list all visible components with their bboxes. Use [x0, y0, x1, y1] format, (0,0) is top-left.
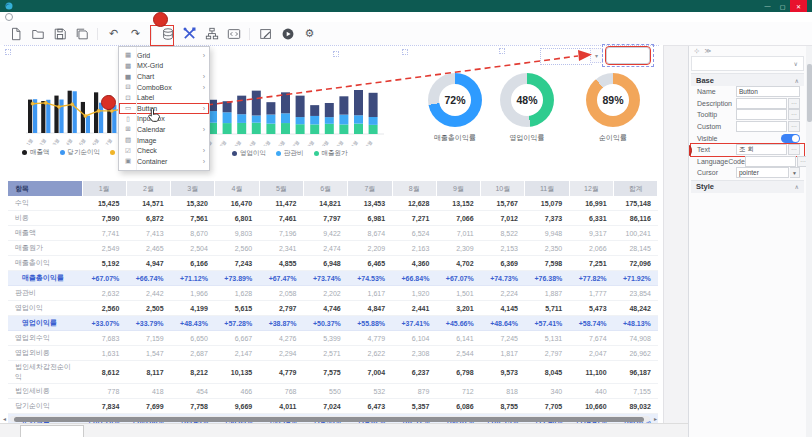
base-year-input[interactable]: [540, 48, 592, 65]
name-input[interactable]: [736, 86, 800, 97]
cell-value: +71.12%: [171, 271, 215, 286]
cell-value: 6,369: [481, 256, 525, 271]
menu-item-mx-grid[interactable]: ▩MX-Grid: [119, 61, 209, 72]
cell-value: +73.89%: [215, 271, 259, 286]
property-languagecode: LanguageCode…: [691, 156, 804, 168]
svg-text:5월: 5월: [78, 138, 86, 145]
menu-item-label: Grid: [137, 52, 200, 59]
cell-value: +33.07%: [82, 316, 126, 331]
cell-value: 15,320: [171, 196, 215, 211]
svg-text:1월: 1월: [25, 138, 33, 145]
tooltip-input[interactable]: [736, 109, 787, 120]
hscroll-right-arrow-icon[interactable]: ▸: [654, 415, 657, 422]
svg-text:6월: 6월: [91, 138, 99, 145]
cell-value: 1,501: [436, 286, 480, 301]
close-button[interactable]: ✕: [790, 0, 807, 12]
cell-value: 466: [215, 384, 259, 399]
visible-toggle[interactable]: [781, 134, 800, 143]
panel-pin-icon[interactable]: ⊹: [694, 47, 699, 55]
cell-value: 4,145: [481, 301, 525, 316]
cell-value: 7,024: [303, 399, 347, 414]
menu-item-image[interactable]: ▨Image: [119, 135, 209, 146]
horizontal-scrollbar[interactable]: [10, 416, 650, 422]
insert-control-button[interactable]: [181, 25, 198, 42]
svg-text:3월: 3월: [52, 138, 60, 145]
hierarchy-button[interactable]: [203, 25, 220, 42]
script-button[interactable]: [225, 25, 242, 42]
menu-item-container[interactable]: ▣Container›: [119, 156, 209, 167]
row-label: 영업외비용: [8, 346, 82, 361]
kpi-donuts[interactable]: 72%매출총이익률48%영업이익률89%순이익률: [410, 73, 660, 165]
ellipsis-button[interactable]: …: [788, 121, 800, 132]
ellipsis-button[interactable]: …: [788, 144, 800, 155]
menu-item-combobox[interactable]: ⊟ComboBox›: [119, 82, 209, 93]
cell-value: +71.92%: [614, 271, 658, 286]
description-input[interactable]: [736, 98, 787, 109]
minimize-button[interactable]: —: [760, 0, 775, 12]
cell-value: 4,199: [171, 301, 215, 316]
form-tab[interactable]: [20, 425, 84, 437]
cell-value: 2,294: [259, 346, 303, 361]
custom-input[interactable]: [736, 121, 787, 132]
table-row: 영업이익2,5602,5054,1995,6152,7974,7464,8472…: [8, 301, 658, 316]
legend-item: [110, 150, 115, 155]
menu-item-grid[interactable]: ▦Grid›: [119, 50, 209, 61]
panel-arrows-icon[interactable]: ≫: [704, 47, 711, 55]
cell-value: 4,779: [259, 361, 303, 384]
menu-item-label[interactable]: ⊡Label: [119, 92, 209, 103]
languagecode-input[interactable]: [745, 156, 796, 167]
menu-item-check[interactable]: ☑Check›: [119, 145, 209, 156]
property-control: …: [736, 144, 800, 155]
ellipsis-button[interactable]: …: [788, 109, 800, 120]
donut-3[interactable]: 89%: [586, 73, 640, 127]
cell-value: +38.87%: [259, 316, 303, 331]
donut-1[interactable]: 72%: [428, 73, 482, 127]
text-input[interactable]: [736, 144, 787, 155]
cell-value: 2,058: [259, 286, 303, 301]
cell-value: 2,309: [436, 241, 480, 256]
edit-button[interactable]: [257, 25, 274, 42]
controls-header[interactable]: ∨: [691, 56, 804, 71]
cell-value: 9,948: [525, 226, 569, 241]
cell-value: 340: [525, 384, 569, 399]
maximize-button[interactable]: ▢: [775, 0, 790, 12]
revenue-chart[interactable]: 1월2월3월4월5월6월7월8월9월10월11월12월: [202, 86, 388, 146]
property-tooltip: Tooltip…: [691, 109, 804, 121]
panel-scrollbar[interactable]: [806, 46, 812, 437]
menu-item-calendar[interactable]: ⊞Calendar›: [119, 124, 209, 135]
hscroll-thumb[interactable]: [14, 417, 644, 422]
cell-value: 7,758: [171, 399, 215, 414]
search-button[interactable]: [606, 47, 650, 64]
redo-button[interactable]: ↷: [127, 25, 144, 42]
highlight-box-insert-tool: [150, 25, 174, 46]
monthly-detail-grid[interactable]: 항목1월2월3월4월5월6월7월8월9월10월11월12월합계수익15,4251…: [8, 181, 658, 429]
new-file-button[interactable]: [7, 25, 24, 42]
section-header-style[interactable]: Style∧: [691, 180, 804, 193]
open-folder-button[interactable]: [29, 25, 46, 42]
cell-value: 2,544: [436, 346, 480, 361]
run-button[interactable]: [279, 25, 296, 42]
settings-button[interactable]: ⚙: [301, 25, 318, 42]
cell-value: 7,741: [82, 226, 126, 241]
cell-value: 7,561: [171, 211, 215, 226]
cell-value: +73.74%: [303, 271, 347, 286]
cell-value: 4,702: [436, 256, 480, 271]
cell-value: 2,153: [481, 241, 525, 256]
undo-button[interactable]: ↶: [105, 25, 122, 42]
hscroll-left-arrow-icon[interactable]: ◂: [3, 415, 6, 422]
ellipsis-button[interactable]: …: [788, 98, 800, 109]
panel-scroll-thumb[interactable]: [807, 64, 812, 122]
designer-canvas[interactable]: 1월2월3월4월5월6월7월8월9월10월11월12월 매출액당기순이익 1월2…: [0, 45, 664, 437]
menu-item-inputbox[interactable]: ▯InputBox: [119, 114, 209, 125]
cell-value: 175,148: [614, 196, 658, 211]
menu-item-button[interactable]: ▭Button›: [119, 103, 209, 114]
section-header-base[interactable]: Base∧: [691, 73, 804, 86]
cell-value: 5,615: [215, 301, 259, 316]
cell-value: 8,670: [171, 226, 215, 241]
cursor-select[interactable]: pointer: [736, 167, 789, 178]
save-button[interactable]: [51, 25, 68, 42]
ellipsis-button[interactable]: …: [797, 156, 806, 167]
save-all-button[interactable]: [73, 25, 90, 42]
donut-2[interactable]: 48%: [500, 73, 554, 127]
menu-item-chart[interactable]: ▅Chart›: [119, 71, 209, 82]
